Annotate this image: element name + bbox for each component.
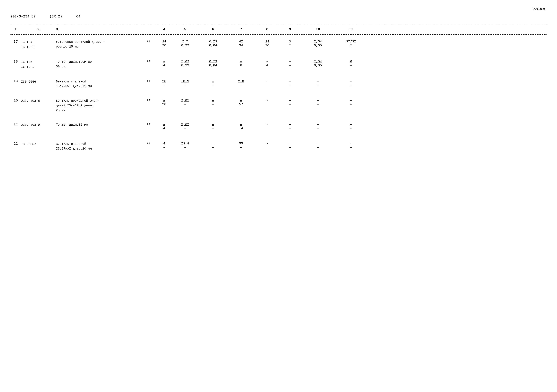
row-col8: –4 <box>255 60 279 67</box>
row-unit: шт <box>140 40 157 43</box>
row-description: Вентиль стальной I5с27нжI диам.20 мм <box>56 142 140 151</box>
col-header-1: I <box>10 27 21 31</box>
row-description: То же, диам.32 мм <box>56 122 140 127</box>
row-number: 2I <box>10 122 21 126</box>
row-col11: –– <box>335 142 367 149</box>
row-col10: I,540,05 <box>300 40 335 47</box>
row-col8: - <box>255 79 279 83</box>
row-col10: I,540,05 <box>300 60 335 67</box>
row-col8: 2420 <box>255 40 279 47</box>
row-col5: 3,62– <box>171 122 199 130</box>
row-col7: –57 <box>227 98 255 106</box>
row-col9: –– <box>279 79 300 87</box>
row-description: То же, диаметром до 50 мм <box>56 60 140 69</box>
table-row: I8I6-I35 I6-I2-IТо же, диаметром до 50 м… <box>10 57 547 73</box>
row-col9: –– <box>279 142 300 149</box>
table-row: 22I30–2057Вентиль стальной I5с27нжI диам… <box>10 139 547 154</box>
row-code: I30–2057 <box>21 142 56 147</box>
row-col9: 3I <box>279 40 300 47</box>
row-unit: шт <box>140 98 157 102</box>
table-container: I 2 3 4 5 6 7 8 9 IO II I7I6-I34 I6-I2-I… <box>10 24 547 158</box>
row-col11: 37/3II <box>335 40 367 47</box>
row-col6: 0,I30,04 <box>199 40 227 47</box>
table-row: 202307–I0378Вентиль проходной флан- цевы… <box>10 95 547 116</box>
row-col11: –– <box>335 122 367 130</box>
row-number: 20 <box>10 98 21 103</box>
row-col11: 6– <box>335 60 367 67</box>
row-col6: –– <box>199 142 227 149</box>
doc-code: 90I-3-234 87 <box>10 15 36 18</box>
row-col5: I,620,99 <box>171 60 199 67</box>
row-col7: 55– <box>227 142 255 149</box>
row-number: I8 <box>10 60 21 64</box>
row-col7: 4I34 <box>227 40 255 47</box>
table-row: 2I2307–I0379То же, диам.32 ммшт–43,62–––… <box>10 119 547 135</box>
col-header-5: 4 <box>157 27 171 31</box>
col-header-11: IO <box>300 27 335 31</box>
row-number: I7 <box>10 40 21 44</box>
doc-section: (IX.2) <box>49 15 62 18</box>
row-col10: –– <box>300 122 335 130</box>
doc-header: 90I-3-234 87 (IX.2) 64 <box>10 15 547 18</box>
row-description: Вентиль проходной флан- цевый I5кч19п2 д… <box>56 98 140 113</box>
row-unit: шт <box>140 122 157 126</box>
page-number: 22150-05 <box>10 7 547 11</box>
row-unit: шт <box>140 142 157 145</box>
row-col7: 2I8– <box>227 79 255 87</box>
row-col9: –– <box>279 98 300 106</box>
row-col7: –6 <box>227 60 255 67</box>
table-row: I9I30–2056Вентиль стальной I5с27нжI диам… <box>10 76 547 92</box>
row-col4: –4 <box>157 60 171 67</box>
column-headers: I 2 3 4 5 6 7 8 9 IO II <box>10 25 547 33</box>
row-col6: 0,I30,04 <box>199 60 227 67</box>
row-col5: I,70,99 <box>171 40 199 47</box>
col-header-2: 2 <box>21 27 56 31</box>
data-rows: I7I6-I34 I6-I2-IУстановка вентилей диаме… <box>10 37 547 158</box>
row-col4: 20– <box>157 79 171 87</box>
col-header-8: 7 <box>227 27 255 31</box>
row-code: 2307–I0379 <box>21 122 56 128</box>
row-col8: - <box>255 122 279 126</box>
row-col9: –– <box>279 122 300 130</box>
row-code: I6-I35 I6-I2-I <box>21 60 56 70</box>
col-header-6: 5 <box>171 27 199 31</box>
col-header-7: 6 <box>199 27 227 31</box>
row-col9: –– <box>279 60 300 67</box>
row-col10: –– <box>300 142 335 149</box>
row-unit: шт <box>140 79 157 83</box>
row-col11: –– <box>335 98 367 106</box>
row-code: I30–2056 <box>21 79 56 84</box>
row-col11: –– <box>335 79 367 87</box>
row-col7: –I4 <box>227 122 255 130</box>
row-code: 2307–I0378 <box>21 98 56 104</box>
row-unit: шт <box>140 60 157 63</box>
row-col4: 4– <box>157 142 171 149</box>
row-col4: 2420 <box>157 40 171 47</box>
row-col6: –– <box>199 79 227 87</box>
table-row: I7I6-I34 I6-I2-IУстановка вентилей диаме… <box>10 37 547 53</box>
row-description: Вентиль стальной I5с27нжI диам.I5 мм <box>56 79 140 89</box>
row-description: Установка вентилей диамет- ром до 25 мм <box>56 40 140 49</box>
row-col5: 2,85– <box>171 98 199 106</box>
row-col10: –– <box>300 98 335 106</box>
col-header-10: 9 <box>279 27 300 31</box>
col-header-12: II <box>335 27 367 31</box>
row-col5: I3,8– <box>171 142 199 149</box>
row-col8: - <box>255 142 279 146</box>
row-number: 22 <box>10 142 21 146</box>
row-col5: I0,9– <box>171 79 199 87</box>
col-header-3: 3 <box>56 27 140 31</box>
row-col6: –– <box>199 122 227 130</box>
row-col4: –4 <box>157 122 171 130</box>
doc-page: 64 <box>76 15 80 18</box>
row-code: I6-I34 I6-I2-I <box>21 40 56 50</box>
row-col6: –– <box>199 98 227 106</box>
row-number: I9 <box>10 79 21 83</box>
row-col4: –20 <box>157 98 171 106</box>
col-header-9: 8 <box>255 27 279 31</box>
row-col8: - <box>255 98 279 102</box>
row-col10: –– <box>300 79 335 87</box>
